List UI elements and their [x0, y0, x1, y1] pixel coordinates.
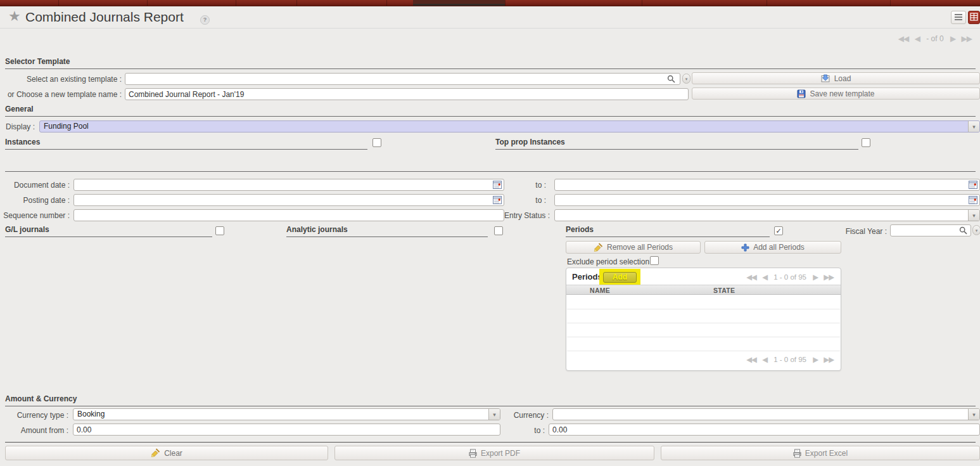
- document-date-from-input[interactable]: [73, 179, 504, 191]
- load-button-label: Load: [834, 74, 851, 83]
- calendar-icon[interactable]: [493, 180, 502, 189]
- pager-first-icon[interactable]: ◀◀: [898, 34, 908, 43]
- plus-icon: [741, 243, 749, 252]
- export-excel-button[interactable]: Export Excel: [661, 446, 980, 460]
- pager-prev-icon[interactable]: ◀: [762, 273, 767, 281]
- periods-panel: Periods Add ◀◀ ◀ 1 - 0 of 95 ▶ ▶▶ NAME S…: [566, 268, 841, 371]
- instances-checkbox[interactable]: [372, 138, 381, 147]
- exclude-period-selection-label: Exclude period selection :: [567, 257, 649, 266]
- existing-template-input[interactable]: [125, 73, 680, 85]
- new-template-input[interactable]: [125, 88, 689, 100]
- chevron-down-icon: ▾: [685, 77, 688, 81]
- check-icon: ✓: [775, 227, 781, 235]
- chevron-down-icon: ▾: [968, 121, 979, 132]
- calendar-icon[interactable]: [969, 195, 977, 204]
- pager-last-icon[interactable]: ▶▶: [962, 34, 972, 43]
- gl-journals-group-header: G/L journals: [5, 225, 212, 237]
- display-select[interactable]: Funding Pool ▾: [39, 120, 980, 133]
- new-template-label: or Choose a new template name :: [0, 90, 122, 99]
- pager-next-icon[interactable]: ▶: [813, 273, 818, 281]
- periods-checkbox[interactable]: ✓: [774, 226, 783, 235]
- sequence-number-input[interactable]: [73, 209, 504, 221]
- template-dropdown-button[interactable]: ▾: [682, 74, 690, 84]
- add-period-button[interactable]: Add: [603, 272, 637, 283]
- existing-template-label: Select an existing template :: [0, 75, 122, 84]
- remove-all-periods-label: Remove all Periods: [607, 243, 673, 252]
- search-icon[interactable]: [667, 75, 675, 83]
- currency-type-select[interactable]: Booking ▾: [73, 408, 500, 420]
- export-icon: [793, 449, 801, 458]
- section-general: General: [5, 105, 976, 117]
- entry-status-select[interactable]: ▾: [554, 209, 980, 221]
- favorite-star-icon[interactable]: ★: [8, 8, 21, 25]
- table-row[interactable]: [567, 337, 840, 351]
- pager-last-icon[interactable]: ▶▶: [824, 356, 834, 363]
- add-all-periods-button[interactable]: Add all Periods: [704, 241, 841, 254]
- pager-next-icon[interactable]: ▶: [950, 34, 955, 43]
- calendar-icon[interactable]: [969, 180, 977, 189]
- export-pdf-button[interactable]: Export PDF: [334, 446, 654, 460]
- load-button[interactable]: Load: [692, 72, 980, 84]
- currency-type-value: Booking: [73, 409, 488, 420]
- footer-divider: [5, 442, 976, 443]
- top-menu-bar: [0, 0, 980, 6]
- pager-last-icon[interactable]: ▶▶: [824, 273, 834, 281]
- pager-prev-icon[interactable]: ◀: [762, 356, 767, 363]
- posting-date-from-input[interactable]: [73, 194, 504, 206]
- amount-to-input[interactable]: [549, 424, 980, 436]
- list-view-button[interactable]: [951, 11, 966, 24]
- exclude-period-selection-checkbox[interactable]: [650, 256, 659, 265]
- periods-panel-title: Periods: [572, 272, 602, 282]
- page-title: Combined Journals Report: [25, 10, 184, 25]
- form-view-button[interactable]: [968, 11, 980, 24]
- column-state[interactable]: STATE: [713, 287, 735, 294]
- pager-first-icon[interactable]: ◀◀: [746, 273, 756, 281]
- clear-button-label: Clear: [164, 449, 182, 458]
- document-date-to-input[interactable]: [554, 179, 980, 191]
- periods-pager-top: ◀◀ ◀ 1 - 0 of 95 ▶ ▶▶: [744, 273, 836, 282]
- clear-button[interactable]: Clear: [5, 446, 328, 460]
- load-icon: [821, 74, 830, 83]
- periods-pager-count: 1 - 0 of 95: [773, 273, 806, 281]
- remove-all-periods-button[interactable]: Remove all Periods: [566, 241, 701, 254]
- chevron-down-icon: ▾: [976, 228, 978, 233]
- top-prop-instances-checkbox[interactable]: [862, 138, 870, 147]
- analytic-journals-group-header: Analytic journals: [286, 225, 488, 237]
- form-view-icon: [970, 12, 978, 23]
- section-amount-currency: Amount & Currency: [5, 394, 976, 406]
- search-icon[interactable]: [959, 226, 967, 235]
- export-excel-label: Export Excel: [805, 449, 848, 458]
- amount-from-input[interactable]: [73, 424, 500, 436]
- chevron-down-icon: ▾: [968, 409, 979, 420]
- sequence-number-label: Sequence number :: [0, 211, 70, 220]
- currency-label: Currency :: [500, 411, 549, 420]
- instances-group-header: Instances: [5, 138, 367, 150]
- add-all-periods-label: Add all Periods: [753, 243, 805, 252]
- periods-pager-count: 1 - 0 of 95: [773, 356, 806, 363]
- fiscal-year-label: Fiscal Year :: [843, 227, 887, 236]
- pager-count: - of 0: [926, 34, 943, 43]
- posting-date-to-input[interactable]: [554, 194, 980, 206]
- display-label: Display :: [0, 122, 35, 131]
- chevron-down-icon: ▾: [488, 409, 500, 420]
- table-row[interactable]: [567, 309, 840, 323]
- calendar-icon[interactable]: [493, 195, 502, 204]
- add-button-highlight: Add: [599, 269, 640, 285]
- table-row[interactable]: [567, 323, 840, 337]
- currency-select[interactable]: ▾: [552, 408, 980, 420]
- save-new-template-button[interactable]: Save new template: [692, 87, 980, 100]
- fiscal-year-dropdown-button[interactable]: ▾: [972, 225, 980, 235]
- broom-icon: [151, 448, 160, 458]
- column-name[interactable]: NAME: [590, 287, 610, 294]
- active-menu-tab[interactable]: [413, 0, 505, 6]
- gl-journals-checkbox[interactable]: [215, 226, 224, 235]
- pager-prev-icon[interactable]: ◀: [915, 34, 920, 43]
- display-value: Funding Pool: [40, 121, 968, 132]
- pager-first-icon[interactable]: ◀◀: [746, 356, 756, 363]
- table-row[interactable]: [567, 295, 840, 309]
- entry-status-label: Entry Status :: [499, 211, 550, 220]
- analytic-journals-checkbox[interactable]: [494, 226, 503, 235]
- pager-next-icon[interactable]: ▶: [813, 356, 818, 363]
- help-icon[interactable]: ?: [200, 15, 210, 25]
- amount-from-label: Amount from :: [0, 426, 68, 435]
